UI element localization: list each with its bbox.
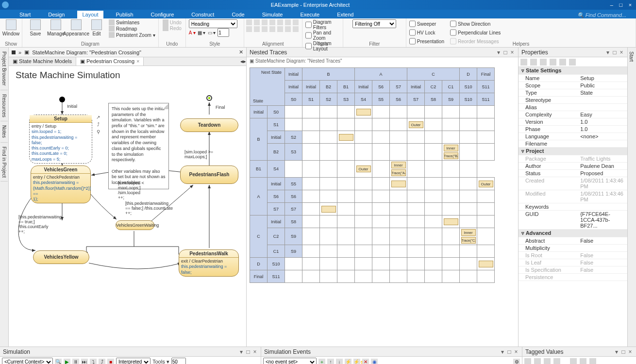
- pin-icon[interactable]: ▾: [605, 49, 611, 56]
- sort-icon[interactable]: [534, 358, 541, 364]
- tab-close-icon[interactable]: ×: [136, 58, 139, 64]
- trace-matrix[interactable]: Next StateState InitialBACDFinal Initial…: [247, 65, 518, 347]
- fire-icon[interactable]: ⚡: [345, 359, 351, 364]
- down-icon[interactable]: ↓: [336, 359, 343, 364]
- link-icon[interactable]: [580, 358, 586, 364]
- note-setup[interactable]: This node sets up the initial parameters…: [108, 103, 169, 189]
- appearance-button[interactable]: Appearance: [66, 19, 86, 36]
- fill-color[interactable]: ▦ ▾: [198, 28, 206, 37]
- align-icon[interactable]: [269, 26, 275, 32]
- align-icon[interactable]: [254, 19, 260, 25]
- tab-models[interactable]: ▣ State Machine Models: [9, 57, 76, 66]
- find-tab[interactable]: Find in Project: [0, 143, 8, 182]
- state-teardown[interactable]: Teardown: [180, 118, 238, 132]
- start-tab[interactable]: Start: [628, 48, 635, 66]
- maximize-button[interactable]: □: [617, 2, 625, 8]
- pan-zoom-check[interactable]: Pan and Zoom: [305, 30, 340, 41]
- tab-extend[interactable]: Extend: [332, 11, 358, 18]
- new-icon[interactable]: [550, 59, 556, 66]
- diagram-filters-check[interactable]: Diagram Filters: [305, 19, 340, 30]
- max-icon[interactable]: □: [620, 348, 626, 355]
- roadmap-button[interactable]: Roadmap: [109, 26, 155, 32]
- del-icon[interactable]: [553, 358, 560, 364]
- interp-select[interactable]: Interpreted: [116, 358, 151, 364]
- star-icon[interactable]: [540, 59, 547, 66]
- close-icon[interactable]: ×: [509, 49, 515, 56]
- refresh-icon[interactable]: [544, 358, 551, 364]
- link-icon[interactable]: [569, 59, 576, 66]
- cat-icon[interactable]: [520, 59, 527, 66]
- edit-button[interactable]: Edit: [86, 19, 107, 36]
- stepout-icon[interactable]: ⤴: [99, 359, 105, 364]
- tab-execute[interactable]: Execute: [295, 11, 324, 18]
- state-pedflash[interactable]: PedestriansFlash: [180, 165, 238, 184]
- stepover-icon[interactable]: ⤵: [90, 359, 97, 364]
- find-command[interactable]: 🔍 Find Command...: [577, 12, 626, 18]
- zoom-icon[interactable]: ⚲: [95, 129, 101, 135]
- max-icon[interactable]: □: [506, 348, 512, 355]
- line-width[interactable]: [218, 28, 229, 37]
- tab-publish[interactable]: Publish: [111, 11, 138, 18]
- redo-button[interactable]: Redo: [163, 25, 182, 31]
- state-greenwait[interactable]: VehiclesGreenWaiting: [116, 220, 154, 230]
- tab-scroll-right[interactable]: ▸: [243, 58, 246, 65]
- max-icon[interactable]: □: [245, 348, 251, 355]
- up-icon[interactable]: ↑: [327, 359, 334, 364]
- font-color[interactable]: A ▾: [189, 28, 196, 37]
- align-icon[interactable]: [285, 26, 291, 32]
- align-icon[interactable]: [254, 26, 260, 32]
- align-icon[interactable]: [262, 19, 268, 25]
- perp-check[interactable]: Perpendicular Lines: [450, 28, 501, 37]
- del-icon[interactable]: ✕: [362, 359, 369, 364]
- resources-tab[interactable]: Resources: [0, 90, 8, 122]
- add-icon[interactable]: ＋: [318, 359, 325, 364]
- opts-icon[interactable]: ⚙: [513, 359, 520, 364]
- search-icon[interactable]: 🔍: [55, 359, 62, 364]
- filter-select[interactable]: Filtering Off: [352, 19, 396, 28]
- tools-dropdown[interactable]: Tools ▾: [152, 359, 169, 364]
- pin-icon[interactable]: ▾: [614, 348, 619, 355]
- link-icon[interactable]: ⤴: [95, 122, 101, 128]
- window-button[interactable]: Window: [1, 19, 21, 36]
- tab-configure[interactable]: Configure: [146, 11, 179, 18]
- align-icon[interactable]: [285, 19, 291, 25]
- undo-button[interactable]: Undo: [163, 19, 182, 25]
- align-icon[interactable]: [269, 19, 275, 25]
- heading-select[interactable]: Heading: [189, 19, 237, 28]
- fireall-icon[interactable]: ⚡⚡: [353, 359, 360, 364]
- close-icon[interactable]: ×: [513, 348, 519, 355]
- pin-icon[interactable]: ▾: [496, 49, 502, 56]
- step-icon[interactable]: ⏭: [81, 359, 88, 364]
- swimlanes-button[interactable]: Swimlanes: [109, 19, 155, 25]
- close-button[interactable]: ×: [626, 2, 634, 8]
- cat-icon[interactable]: [524, 358, 531, 364]
- play-icon[interactable]: ▶: [64, 359, 70, 364]
- sweeper-check[interactable]: Sweeper: [409, 19, 444, 28]
- notes-tab[interactable]: Notes: [0, 121, 8, 142]
- align-icon[interactable]: [246, 26, 252, 32]
- pin-icon[interactable]: ▾: [238, 348, 244, 355]
- align-icon[interactable]: [293, 26, 299, 32]
- tab-crossing[interactable]: ▣ Pedestrian Crossing×: [76, 57, 144, 66]
- tab-construct[interactable]: Construct: [186, 11, 219, 18]
- project-browser-tab[interactable]: Project Browser: [0, 48, 8, 90]
- context-select[interactable]: <Current Context>: [2, 358, 53, 364]
- eventset-select[interactable]: <no event set>: [263, 358, 317, 364]
- up-icon[interactable]: [559, 59, 566, 66]
- stop-icon[interactable]: ■: [107, 359, 114, 364]
- state-setup[interactable]: Setup entry / Setup sim.looped = 1; this…: [29, 115, 92, 164]
- align-icon[interactable]: [293, 19, 299, 25]
- max-icon[interactable]: □: [502, 49, 508, 56]
- add-icon[interactable]: [570, 358, 577, 364]
- state-yellow[interactable]: VehiclesYellow: [33, 250, 89, 264]
- close-icon[interactable]: ×: [627, 348, 633, 355]
- border-color[interactable]: ▭ ▾: [208, 28, 216, 37]
- home-icon[interactable]: [12, 50, 16, 54]
- move-icon[interactable]: ↗: [95, 115, 101, 120]
- pause-icon[interactable]: ⏸: [72, 359, 79, 364]
- tab-simulate[interactable]: Simulate: [257, 11, 288, 18]
- showdir-check[interactable]: Show Direction: [450, 19, 501, 28]
- info-icon[interactable]: [589, 358, 596, 364]
- pin-icon[interactable]: ▾: [500, 348, 505, 355]
- initial-node[interactable]: [59, 97, 65, 102]
